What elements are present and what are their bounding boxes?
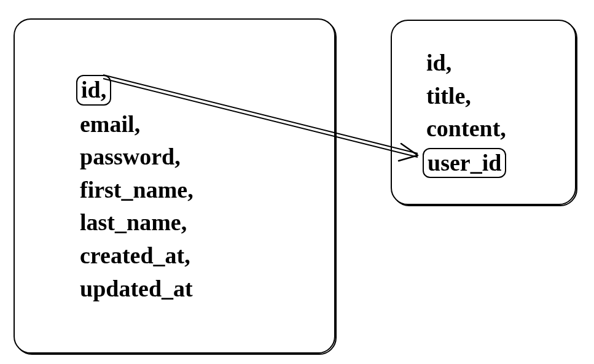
field-last-name: last_name, [76, 209, 197, 237]
field-list-right: id, title, content, user_id [423, 49, 510, 178]
table-box-left: id, email, password, first_name, last_na… [14, 18, 335, 354]
field-id: id, [76, 75, 111, 106]
field-list-left: id, email, password, first_name, last_na… [76, 75, 197, 303]
field-email: email, [76, 110, 197, 139]
field-password: password, [76, 143, 197, 171]
field-first-name: first_name, [76, 176, 197, 204]
table-box-right: id, title, content, user_id [391, 20, 576, 205]
field-user-id: user_id [423, 148, 506, 179]
field-id-right: id, [423, 49, 510, 77]
field-created-at: created_at, [76, 242, 197, 270]
field-updated-at: updated_at [76, 275, 197, 303]
field-content: content, [423, 115, 510, 143]
field-title: title, [423, 82, 510, 110]
